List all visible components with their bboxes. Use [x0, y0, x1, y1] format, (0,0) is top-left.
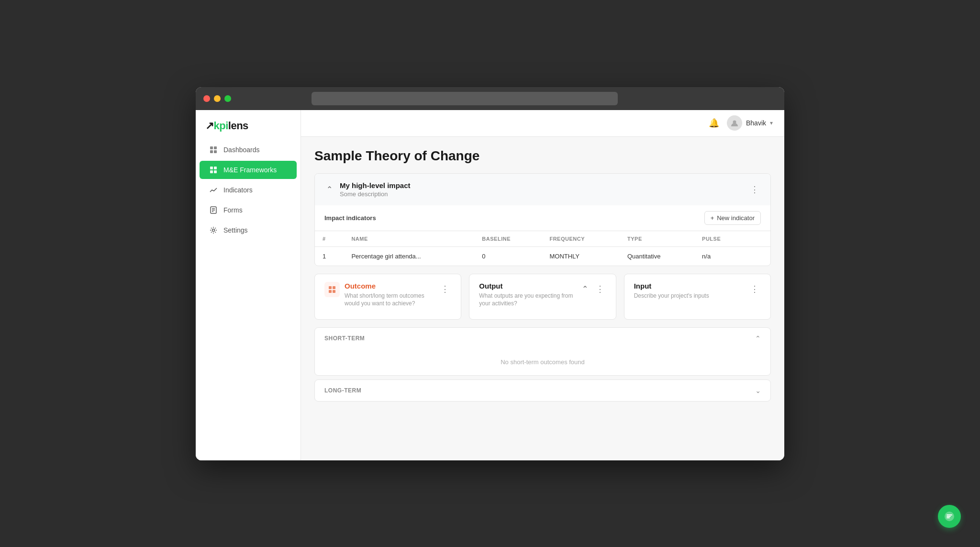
svg-rect-14 — [329, 286, 332, 289]
page-content: Sample Theory of Change ⌃ My high-level … — [301, 137, 784, 413]
svg-rect-2 — [210, 150, 213, 153]
cell-num: 1 — [315, 246, 344, 266]
impact-section: ⌃ My high-level impact Some description … — [314, 173, 771, 266]
svg-point-12 — [212, 229, 215, 231]
chat-fab-button[interactable] — [938, 505, 961, 528]
short-term-label: SHORT-TERM — [324, 335, 365, 342]
me-frameworks-icon — [209, 166, 218, 174]
new-indicator-button[interactable]: + New indicator — [704, 211, 761, 225]
long-term-section[interactable]: LONG-TERM ⌃ — [314, 380, 771, 402]
outcome-card-header: Outcome What short/long term outcomes wo… — [324, 282, 451, 308]
short-term-header[interactable]: SHORT-TERM ⌃ — [315, 328, 770, 349]
long-term-expand-icon: ⌃ — [755, 387, 761, 394]
settings-icon — [209, 226, 218, 234]
outcome-icon — [324, 282, 340, 297]
svg-rect-16 — [329, 290, 332, 293]
outcome-more-menu[interactable]: ⋮ — [439, 282, 451, 296]
outcome-card: Outcome What short/long term outcomes wo… — [314, 274, 461, 320]
indicators-icon — [209, 186, 218, 194]
close-button[interactable] — [203, 95, 210, 102]
svg-rect-17 — [333, 290, 335, 293]
indicators-bar: Impact indicators + New indicator — [315, 205, 770, 231]
sidebar-item-dashboards[interactable]: Dashboards — [200, 141, 297, 159]
cell-pulse: n/a — [694, 246, 747, 266]
svg-rect-4 — [210, 167, 213, 169]
svg-rect-0 — [210, 146, 213, 149]
svg-rect-7 — [214, 170, 217, 173]
main-content: 🔔 Bhavik ▾ Sample Theory of Change — [301, 110, 784, 460]
user-name: Bhavik — [746, 119, 766, 127]
sidebar-item-label-forms: Forms — [223, 206, 243, 214]
outcome-desc: What short/long term outcomes would you … — [345, 292, 439, 308]
sidebar-item-label-dashboards: Dashboards — [223, 146, 260, 154]
minimize-button[interactable] — [214, 95, 221, 102]
sidebar-item-label-indicators: Indicators — [223, 186, 253, 194]
outcome-card-left: Outcome What short/long term outcomes wo… — [324, 282, 439, 308]
sidebar-item-forms[interactable]: Forms — [200, 201, 297, 219]
col-number: # — [315, 231, 344, 247]
input-title: Input — [634, 282, 709, 290]
output-info: Output What outputs are you expecting fr… — [479, 282, 580, 308]
impact-more-menu[interactable]: ⋮ — [748, 182, 761, 197]
long-term-label: LONG-TERM — [324, 387, 361, 394]
dashboard-icon — [209, 145, 218, 154]
col-pulse: PULSE — [694, 231, 747, 247]
sidebar-item-me-frameworks[interactable]: M&E Frameworks — [200, 161, 297, 179]
sidebar: ↗kpilens Dashboards — [196, 110, 301, 460]
input-card-left: Input Describe your project's inputs — [634, 282, 709, 300]
bottom-cards: Outcome What short/long term outcomes wo… — [314, 274, 771, 320]
notifications-icon[interactable]: 🔔 — [709, 118, 719, 128]
logo: ↗kpilens — [196, 110, 301, 140]
outcome-info: Outcome What short/long term outcomes wo… — [345, 282, 439, 308]
page-title: Sample Theory of Change — [314, 148, 771, 164]
plus-icon: + — [711, 214, 714, 222]
output-card-left: Output What outputs are you expecting fr… — [479, 282, 580, 308]
maximize-button[interactable] — [224, 95, 231, 102]
sidebar-item-label-settings: Settings — [223, 226, 248, 234]
output-card: Output What outputs are you expecting fr… — [469, 274, 616, 320]
input-more-menu[interactable]: ⋮ — [748, 282, 761, 296]
cell-name: Percentage girl attenda... — [344, 246, 474, 266]
output-card-header: Output What outputs are you expecting fr… — [479, 282, 606, 308]
sidebar-item-label-me: M&E Frameworks — [223, 166, 277, 174]
col-baseline: BASELINE — [474, 231, 542, 247]
input-card: Input Describe your project's inputs ⋮ — [624, 274, 771, 320]
collapse-button[interactable]: ⌃ — [324, 185, 334, 194]
output-desc: What outputs are you expecting from your… — [479, 292, 580, 308]
svg-rect-1 — [214, 146, 217, 149]
svg-rect-6 — [210, 170, 213, 173]
input-info: Input Describe your project's inputs — [634, 282, 709, 300]
forms-icon — [209, 206, 218, 214]
outcome-actions: ⋮ — [439, 282, 451, 296]
output-more-menu[interactable]: ⋮ — [594, 282, 606, 296]
impact-header: ⌃ My high-level impact Some description … — [315, 174, 770, 205]
table-header-row: # NAME BASELINE FREQUENCY TYPE PULSE — [315, 231, 770, 247]
titlebar — [196, 87, 784, 110]
cell-type: Quantitative — [620, 246, 694, 266]
outcome-title: Outcome — [345, 282, 439, 290]
impact-info: My high-level impact Some description — [340, 181, 743, 198]
input-desc: Describe your project's inputs — [634, 292, 709, 300]
svg-rect-3 — [214, 150, 217, 153]
impact-title: My high-level impact — [340, 181, 743, 190]
output-actions: ⌃ ⋮ — [580, 282, 606, 296]
short-term-section: SHORT-TERM ⌃ No short-term outcomes foun… — [314, 327, 771, 376]
app-body: ↗kpilens Dashboards — [196, 110, 784, 460]
output-collapse-icon[interactable]: ⌃ — [580, 284, 590, 294]
cell-row-actions — [747, 246, 770, 266]
short-term-empty: No short-term outcomes found — [501, 358, 585, 366]
svg-rect-5 — [214, 167, 217, 169]
table-row[interactable]: 1 Percentage girl attenda... 0 MONTHLY Q… — [315, 246, 770, 266]
sidebar-item-settings[interactable]: Settings — [200, 221, 297, 239]
user-menu[interactable]: Bhavik ▾ — [727, 115, 773, 131]
address-bar[interactable] — [312, 92, 618, 105]
col-name: NAME — [344, 231, 474, 247]
col-actions — [747, 231, 770, 247]
chevron-down-icon: ▾ — [770, 120, 773, 126]
svg-rect-15 — [333, 286, 335, 289]
top-header: 🔔 Bhavik ▾ — [301, 110, 784, 137]
cell-baseline: 0 — [474, 246, 542, 266]
sidebar-item-indicators[interactable]: Indicators — [200, 181, 297, 199]
col-frequency: FREQUENCY — [542, 231, 620, 247]
short-term-collapse-icon: ⌃ — [755, 335, 761, 342]
